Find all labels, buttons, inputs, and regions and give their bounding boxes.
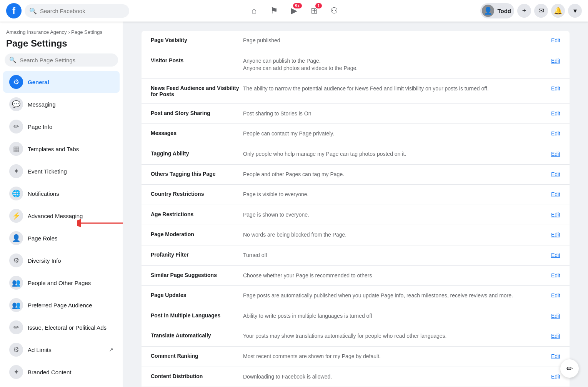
sidebar-item-advanced-messaging[interactable]: ⚡Advanced Messaging bbox=[3, 205, 120, 227]
sidebar-item-page-roles[interactable]: 👤Page Roles bbox=[3, 227, 120, 249]
sidebar-item-label-general: General bbox=[28, 79, 49, 85]
settings-label-8: Age Restrictions bbox=[151, 211, 243, 217]
settings-value-16: Downloading to Facebook is allowed. bbox=[243, 373, 530, 381]
home-nav-button[interactable]: ⌂ bbox=[245, 2, 263, 20]
settings-value-15: Most recent comments are shown for my Pa… bbox=[243, 353, 530, 360]
video-nav-button[interactable]: ▶ 9+ bbox=[285, 2, 303, 20]
settings-value-6: People and other Pages can tag my Page. bbox=[243, 171, 530, 178]
settings-edit-col-3: Edit bbox=[530, 110, 560, 117]
table-row: Translate AutomaticallyYour posts may sh… bbox=[142, 326, 570, 347]
marketplace-nav-button[interactable]: ⊞ 1 bbox=[305, 2, 323, 20]
edit-fab-button[interactable]: ✏ bbox=[560, 359, 579, 378]
edit-link-5[interactable]: Edit bbox=[551, 151, 560, 157]
notifications-button[interactable]: 🔔 bbox=[551, 4, 565, 18]
groups-nav-button[interactable]: ⚇ bbox=[325, 2, 343, 20]
settings-label-10: Profanity Filter bbox=[151, 252, 243, 258]
settings-value-10: Turned off bbox=[243, 252, 530, 259]
facebook-logo[interactable]: f bbox=[6, 3, 22, 18]
general-icon: ⚙ bbox=[9, 75, 23, 89]
table-row: News Feed Audience and Visibility for Po… bbox=[142, 79, 570, 104]
table-row: Page VisibilityPage publishedEdit bbox=[142, 31, 570, 51]
settings-value-0: Page published bbox=[243, 37, 530, 45]
search-input[interactable] bbox=[40, 8, 117, 14]
table-row: Similar Page SuggestionsChoose whether y… bbox=[142, 266, 570, 286]
sidebar-item-diversity-info[interactable]: ⚙Diversity Info bbox=[3, 250, 120, 271]
search-icon: 🔍 bbox=[29, 7, 37, 15]
settings-edit-col-14: Edit bbox=[530, 332, 560, 339]
search-bar[interactable]: 🔍 bbox=[25, 4, 129, 18]
edit-link-12[interactable]: Edit bbox=[551, 292, 560, 299]
edit-link-10[interactable]: Edit bbox=[551, 252, 560, 258]
settings-edit-col-7: Edit bbox=[530, 191, 560, 197]
sidebar-search-input[interactable] bbox=[20, 57, 113, 63]
settings-value-3: Post sharing to Stories is On bbox=[243, 110, 530, 118]
settings-rows: Page VisibilityPage publishedEditVisitor… bbox=[142, 31, 570, 387]
sidebar-item-issue-ads[interactable]: ✏Issue, Electoral or Political Ads bbox=[3, 317, 120, 338]
settings-value-5: Only people who help manage my Page can … bbox=[243, 150, 530, 158]
edit-link-13[interactable]: Edit bbox=[551, 313, 560, 319]
table-row: Content DistributionDownloading to Faceb… bbox=[142, 367, 570, 387]
edit-link-1[interactable]: Edit bbox=[551, 58, 560, 64]
edit-link-3[interactable]: Edit bbox=[551, 110, 560, 117]
sidebar-search-bar[interactable]: 🔍 bbox=[5, 53, 118, 67]
settings-edit-col-8: Edit bbox=[530, 211, 560, 218]
edit-link-4[interactable]: Edit bbox=[551, 130, 560, 137]
page-layout: Amazing Insurance Agency › Page Settings… bbox=[0, 0, 588, 387]
messenger-button[interactable]: ✉ bbox=[534, 4, 548, 18]
settings-edit-col-0: Edit bbox=[530, 37, 560, 43]
settings-value-9: No words are being blocked from the Page… bbox=[243, 231, 530, 239]
edit-link-11[interactable]: Edit bbox=[551, 272, 560, 279]
settings-edit-col-2: Edit bbox=[530, 85, 560, 92]
edit-link-9[interactable]: Edit bbox=[551, 232, 560, 238]
sidebar-item-page-info[interactable]: ✏Page Info bbox=[3, 116, 120, 137]
sidebar-item-general[interactable]: ⚙General bbox=[3, 71, 120, 93]
settings-value-8: Page is shown to everyone. bbox=[243, 211, 530, 219]
settings-label-4: Messages bbox=[151, 130, 243, 136]
notifications-icon: 🌐 bbox=[9, 187, 23, 200]
edit-link-8[interactable]: Edit bbox=[551, 212, 560, 218]
user-menu-button[interactable]: 👤 Todd bbox=[480, 3, 514, 18]
sidebar-item-people-other-pages[interactable]: 👥People and Other Pages bbox=[3, 272, 120, 294]
sidebar-item-messaging[interactable]: 💬Messaging bbox=[3, 93, 120, 115]
table-row: Comment RankingMost recent comments are … bbox=[142, 347, 570, 367]
settings-label-14: Translate Automatically bbox=[151, 332, 243, 339]
settings-edit-col-10: Edit bbox=[530, 252, 560, 258]
add-button[interactable]: + bbox=[517, 4, 531, 18]
sidebar-item-label-issue-ads: Issue, Electoral or Political Ads bbox=[28, 324, 107, 331]
sidebar-item-preferred-audience[interactable]: 👥Preferred Page Audience bbox=[3, 294, 120, 316]
edit-link-15[interactable]: Edit bbox=[551, 353, 560, 359]
fb-logo-letter: f bbox=[12, 6, 15, 15]
settings-value-7: Page is visible to everyone. bbox=[243, 191, 530, 199]
settings-label-16: Content Distribution bbox=[151, 373, 243, 379]
settings-edit-col-6: Edit bbox=[530, 171, 560, 177]
sidebar-item-ad-limits[interactable]: ⚙Ad Limits↗ bbox=[3, 339, 120, 360]
pages-nav-button[interactable]: ⚑ bbox=[265, 2, 283, 20]
settings-label-13: Post in Multiple Languages bbox=[151, 312, 243, 319]
topnav-left: f 🔍 bbox=[6, 3, 129, 18]
sidebar-item-label-ad-limits: Ad Limits bbox=[28, 347, 52, 353]
sidebar-item-notifications[interactable]: 🌐Notifications bbox=[3, 183, 120, 204]
table-row: Profanity FilterTurned offEdit bbox=[142, 245, 570, 266]
settings-edit-col-9: Edit bbox=[530, 231, 560, 238]
sidebar-item-event-ticketing[interactable]: ✦Event Ticketing bbox=[3, 160, 120, 182]
table-row: Page UpdatesPage posts are automatically… bbox=[142, 286, 570, 306]
settings-label-3: Post and Story Sharing bbox=[151, 110, 243, 116]
preferred-audience-icon: 👥 bbox=[9, 298, 23, 312]
edit-link-0[interactable]: Edit bbox=[551, 37, 560, 43]
branded-content-icon: ✦ bbox=[9, 365, 23, 379]
edit-link-16[interactable]: Edit bbox=[551, 374, 560, 380]
edit-link-6[interactable]: Edit bbox=[551, 171, 560, 177]
settings-label-1: Visitor Posts bbox=[151, 57, 243, 63]
user-name-label: Todd bbox=[497, 8, 511, 14]
settings-value-14: Your posts may show translations automat… bbox=[243, 332, 530, 340]
sidebar-item-templates-tabs[interactable]: ▦Templates and Tabs bbox=[3, 138, 120, 160]
settings-label-5: Tagging Ability bbox=[151, 150, 243, 157]
edit-link-2[interactable]: Edit bbox=[551, 85, 560, 92]
account-menu-button[interactable]: ▾ bbox=[568, 4, 582, 18]
sidebar-item-branded-content[interactable]: ✦Branded Content bbox=[3, 361, 120, 383]
edit-link-14[interactable]: Edit bbox=[551, 333, 560, 339]
table-row: MessagesPeople can contact my Page priva… bbox=[142, 124, 570, 144]
edit-link-7[interactable]: Edit bbox=[551, 191, 560, 197]
table-row: Visitor PostsAnyone can publish to the P… bbox=[142, 51, 570, 79]
sidebar-item-instagram[interactable]: ◎Instagram bbox=[3, 384, 120, 387]
